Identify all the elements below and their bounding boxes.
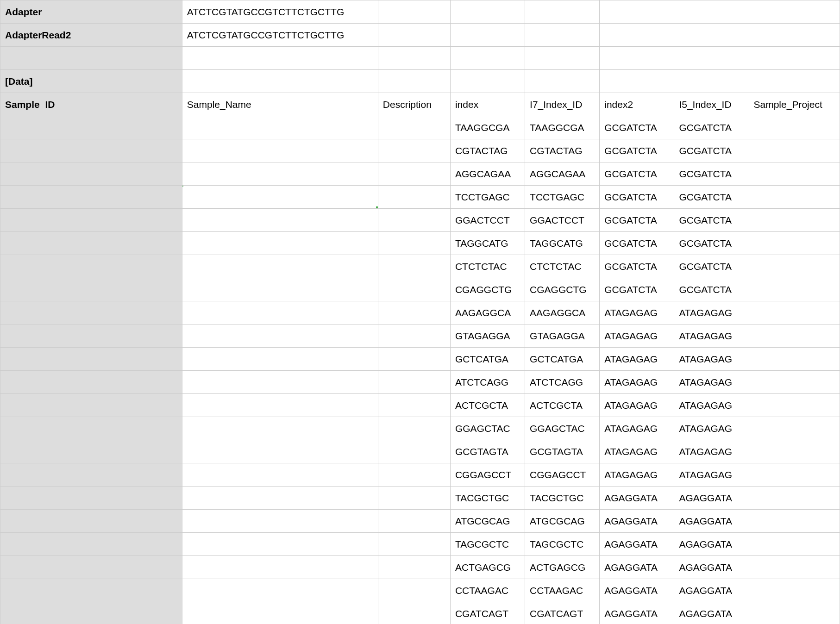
cell-description[interactable] [378, 579, 450, 602]
cell-index2[interactable]: ATAGAGAG [600, 348, 674, 371]
cell-sample-name[interactable] [182, 463, 378, 487]
cell-sample-name[interactable] [182, 324, 378, 348]
cell-i7-index-id[interactable]: CGATCAGT [525, 602, 600, 624]
cell-empty[interactable] [378, 24, 450, 47]
cell-index[interactable]: CGATCAGT [450, 602, 525, 624]
cell-sample-project[interactable] [749, 255, 840, 278]
cell-index[interactable]: GCTCATGA [450, 348, 525, 371]
cell-sample-id[interactable] [0, 162, 182, 186]
column-header[interactable]: I7_Index_ID [525, 93, 600, 116]
cell-i5-index-id[interactable]: GCGATCTA [674, 162, 749, 186]
cell-sample-name[interactable] [182, 487, 378, 510]
cell-i5-index-id[interactable]: GCGATCTA [674, 116, 749, 139]
cell-index2[interactable]: AGAGGATA [600, 533, 674, 556]
cell-sample-project[interactable] [749, 487, 840, 510]
cell-description[interactable] [378, 186, 450, 209]
cell-empty[interactable] [525, 0, 600, 24]
cell-index2[interactable]: ATAGAGAG [600, 371, 674, 394]
cell-sample-id[interactable] [0, 394, 182, 417]
cell-i7-index-id[interactable]: CGTACTAG [525, 139, 600, 162]
cell-description[interactable] [378, 116, 450, 139]
cell-empty[interactable] [450, 24, 525, 47]
cell-i5-index-id[interactable]: ATAGAGAG [674, 417, 749, 440]
selection-handle-icon[interactable] [182, 186, 184, 187]
cell-index2[interactable]: AGAGGATA [600, 556, 674, 579]
cell-description[interactable] [378, 324, 450, 348]
column-header-sample-id[interactable]: Sample_ID [0, 93, 182, 116]
cell-index[interactable]: GCGTAGTA [450, 440, 525, 463]
cell-sample-project[interactable] [749, 463, 840, 487]
cell-i7-index-id[interactable]: ATGCGCAG [525, 510, 600, 533]
cell-i5-index-id[interactable]: AGAGGATA [674, 510, 749, 533]
cell-index[interactable]: TAAGGCGA [450, 116, 525, 139]
cell-i5-index-id[interactable]: GCGATCTA [674, 209, 749, 232]
cell-sample-id[interactable] [0, 301, 182, 324]
cell-i5-index-id[interactable]: ATAGAGAG [674, 394, 749, 417]
cell-description[interactable] [378, 232, 450, 255]
cell-index[interactable]: CTCTCTAC [450, 255, 525, 278]
cell-sample-project[interactable] [749, 278, 840, 301]
cell-index2[interactable]: AGAGGATA [600, 487, 674, 510]
cell-sample-project[interactable] [749, 394, 840, 417]
cell-empty[interactable] [749, 70, 840, 93]
cell-empty[interactable] [600, 47, 674, 70]
cell-description[interactable] [378, 394, 450, 417]
cell-description[interactable] [378, 417, 450, 440]
cell-index2[interactable]: GCGATCTA [600, 255, 674, 278]
cell-empty[interactable] [674, 70, 749, 93]
cell-sample-id[interactable] [0, 255, 182, 278]
cell-empty[interactable] [378, 70, 450, 93]
cell-i7-index-id[interactable]: AGGCAGAA [525, 162, 600, 186]
column-header[interactable]: index [450, 93, 525, 116]
cell-sample-name[interactable] [182, 278, 378, 301]
cell-empty[interactable] [450, 70, 525, 93]
cell-label[interactable] [0, 47, 182, 70]
cell-index[interactable]: ACTGAGCG [450, 556, 525, 579]
cell-sample-id[interactable] [0, 209, 182, 232]
cell-i5-index-id[interactable]: GCGATCTA [674, 255, 749, 278]
cell-i7-index-id[interactable]: ACTGAGCG [525, 556, 600, 579]
cell-i7-index-id[interactable]: GGACTCCT [525, 209, 600, 232]
cell-i7-index-id[interactable]: CGGAGCCT [525, 463, 600, 487]
cell-description[interactable] [378, 510, 450, 533]
cell-sample-id[interactable] [0, 463, 182, 487]
cell-sample-project[interactable] [749, 301, 840, 324]
cell-sample-id[interactable] [0, 417, 182, 440]
cell-sample-id[interactable] [0, 186, 182, 209]
cell-sample-project[interactable] [749, 417, 840, 440]
cell-sample-name[interactable] [182, 232, 378, 255]
cell-sample-name[interactable] [182, 510, 378, 533]
cell-sample-project[interactable] [749, 348, 840, 371]
cell-index[interactable]: CGGAGCCT [450, 463, 525, 487]
cell-index2[interactable]: GCGATCTA [600, 278, 674, 301]
cell-description[interactable] [378, 371, 450, 394]
cell-sample-name[interactable] [182, 602, 378, 624]
cell-sample-project[interactable] [749, 162, 840, 186]
cell-index[interactable]: AGGCAGAA [450, 162, 525, 186]
cell-sample-id[interactable] [0, 579, 182, 602]
cell-empty[interactable] [749, 0, 840, 24]
cell-sample-project[interactable] [749, 209, 840, 232]
cell-sample-name[interactable] [182, 162, 378, 186]
column-header[interactable]: Sample_Name [182, 93, 378, 116]
cell-sample-project[interactable] [749, 533, 840, 556]
cell-description[interactable] [378, 162, 450, 186]
cell-value[interactable]: ATCTCGTATGCCGTCTTCTGCTTG [182, 24, 378, 47]
cell-i7-index-id[interactable]: AAGAGGCA [525, 301, 600, 324]
cell-description[interactable] [378, 533, 450, 556]
cell-i7-index-id[interactable]: CGAGGCTG [525, 278, 600, 301]
cell-index2[interactable]: GCGATCTA [600, 139, 674, 162]
cell-empty[interactable] [749, 24, 840, 47]
cell-i5-index-id[interactable]: AGAGGATA [674, 579, 749, 602]
cell-description[interactable] [378, 463, 450, 487]
cell-i7-index-id[interactable]: GCGTAGTA [525, 440, 600, 463]
cell-label[interactable]: [Data] [0, 70, 182, 93]
cell-empty[interactable] [525, 47, 600, 70]
cell-empty[interactable] [450, 47, 525, 70]
cell-description[interactable] [378, 278, 450, 301]
cell-index2[interactable]: ATAGAGAG [600, 324, 674, 348]
cell-sample-project[interactable] [749, 510, 840, 533]
column-header[interactable]: Sample_Project [749, 93, 840, 116]
cell-empty[interactable] [674, 24, 749, 47]
cell-i5-index-id[interactable]: AGAGGATA [674, 487, 749, 510]
